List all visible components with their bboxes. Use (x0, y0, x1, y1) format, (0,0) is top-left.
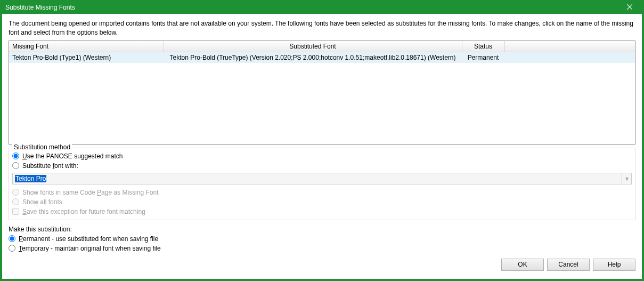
cancel-button[interactable]: Cancel (547, 259, 590, 271)
font-dropdown-value: Tekton Pro (13, 175, 622, 182)
cell-substituted: Tekton Pro-Bold (TrueType) (Version 2.02… (164, 52, 462, 63)
col-header-extra (504, 41, 635, 52)
radio-permanent[interactable]: Permanent - use substituted font when sa… (9, 234, 635, 244)
instructions-text: The document being opened or imported co… (9, 19, 635, 37)
col-header-missing[interactable]: Missing Font (9, 41, 164, 52)
radio-temporary[interactable]: Temporary - maintain original font when … (9, 244, 635, 253)
radio-show-all: Show all fonts (12, 197, 632, 207)
help-button[interactable]: Help (593, 259, 635, 271)
close-button[interactable] (618, 2, 641, 12)
table-row[interactable]: Tekton Pro-Bold (Type1) (Western) Tekton… (9, 52, 635, 63)
font-table[interactable]: Missing Font Substituted Font Status Tek… (9, 41, 635, 144)
check-save-exception-input (12, 208, 19, 215)
radio-panose[interactable]: Use the PANOSE suggested match (12, 151, 632, 161)
cell-status: Permanent (462, 52, 504, 63)
cell-missing: Tekton Pro-Bold (Type1) (Western) (9, 52, 164, 63)
radio-temporary-label: Temporary - maintain original font when … (19, 245, 161, 252)
chevron-down-icon: ▾ (622, 173, 631, 184)
radio-same-codepage: Show fonts in same Code Page as Missing … (12, 188, 632, 197)
dialog-window: Substitute Missing Fonts The document be… (0, 0, 644, 281)
radio-show-all-label: Show all fonts (22, 198, 62, 206)
check-save-exception-label: Save this exception for future font matc… (22, 208, 145, 215)
col-header-substituted[interactable]: Substituted Font (164, 41, 462, 52)
dialog-content: The document being opened or imported co… (2, 14, 642, 279)
window-title: Substitute Missing Fonts (5, 4, 618, 11)
radio-substitute-with-input[interactable] (12, 162, 19, 169)
radio-temporary-input[interactable] (9, 245, 15, 252)
radio-same-codepage-label: Show fonts in same Code Page as Missing … (22, 189, 158, 196)
col-header-status[interactable]: Status (462, 41, 504, 52)
title-bar: Substitute Missing Fonts (2, 2, 642, 14)
radio-substitute-with-label: Substitute font with: (22, 162, 78, 170)
radio-permanent-label: Permanent - use substituted font when sa… (19, 235, 158, 243)
ok-button[interactable]: OK (501, 259, 544, 271)
close-icon (627, 4, 632, 10)
dialog-buttons: OK Cancel Help (9, 259, 635, 271)
check-save-exception: Save this exception for future font matc… (12, 207, 632, 216)
make-substitution-label: Make this substitution: (9, 226, 635, 233)
radio-permanent-input[interactable] (9, 235, 15, 242)
radio-same-codepage-input (12, 189, 19, 196)
cell-extra (504, 52, 635, 63)
font-dropdown[interactable]: Tekton Pro ▾ (12, 173, 632, 184)
radio-panose-label: Use the PANOSE suggested match (22, 152, 123, 160)
substitution-method-group: Substitution method Use the PANOSE sugge… (9, 148, 635, 220)
radio-substitute-with[interactable]: Substitute font with: (12, 161, 632, 171)
radio-show-all-input (12, 198, 19, 205)
radio-panose-input[interactable] (12, 152, 19, 159)
substitution-legend: Substitution method (12, 143, 72, 151)
